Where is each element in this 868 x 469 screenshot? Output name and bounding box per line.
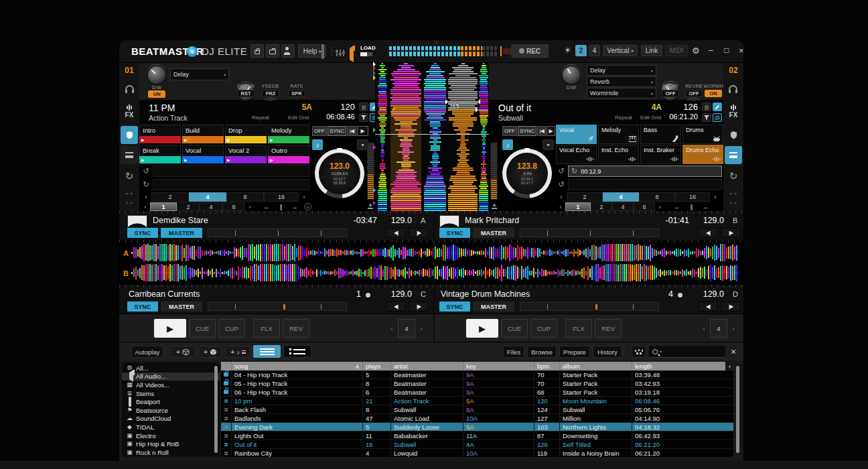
- deck1-overview-strip[interactable]: [378, 63, 387, 212]
- deck1-loop-tab[interactable]: ↻: [121, 166, 138, 186]
- loop-out-icon[interactable]: ↺: [556, 179, 567, 190]
- deck1-fx-toggle[interactable]: FX: [121, 100, 138, 122]
- deck1-frz-button[interactable]: FRZ: [262, 90, 279, 97]
- deck2-expand-icon[interactable]: ⌜ ⌝⌞ ⌟: [725, 189, 742, 209]
- table-row[interactable]: ≣ Badlands 47 Atomic Load 10A 127 Millio…: [221, 414, 734, 423]
- link-button[interactable]: Link: [641, 45, 662, 56]
- add-smartlist-button[interactable]: +: [198, 346, 222, 358]
- deck2-fx-slot2-select[interactable]: Reverb▾: [587, 76, 656, 87]
- table-row[interactable]: ≣ Lights Out 11 Bababacker 11A 87 Downse…: [221, 431, 734, 440]
- move-next[interactable]: ›: [245, 202, 255, 211]
- sidebar-item-all[interactable]: ⚙All...: [122, 364, 220, 373]
- deck1-spr-button[interactable]: SPR: [288, 90, 305, 97]
- deck1-hotcues-tab[interactable]: [121, 126, 138, 144]
- speaker-icon[interactable]: [347, 48, 354, 60]
- header-song[interactable]: song ∧: [232, 362, 363, 371]
- grid-snap-icon[interactable]: G: [304, 203, 311, 210]
- deck-c-tempo-slider[interactable]: [208, 302, 347, 311]
- add-playlist-button[interactable]: +: [169, 346, 196, 358]
- repeat-label[interactable]: Repeat: [615, 115, 632, 121]
- table-row[interactable]: ≣ Out of it 16 Subwall 4A 126 Self Title…: [221, 440, 734, 449]
- deck2-off-button[interactable]: OFF: [502, 126, 517, 136]
- deck1-quantize-note-icon[interactable]: ♪: [312, 139, 323, 150]
- deck1-headphone-icon[interactable]: [121, 79, 138, 96]
- edit-pencil-icon[interactable]: [713, 103, 722, 111]
- deck1-dw-knob[interactable]: [148, 66, 165, 84]
- pause-move-icon[interactable]: ||: [686, 202, 697, 211]
- table-row[interactable]: ≣ 04 - Hip Hop Track 5 Beatmaster 9A 70 …: [221, 371, 734, 379]
- collapse-columns-button[interactable]: ‹: [725, 362, 734, 371]
- user-button[interactable]: [281, 44, 295, 58]
- move-8[interactable]: 8: [634, 202, 655, 211]
- deck1-expand-icon[interactable]: ⌜ ⌝⌞ ⌟: [121, 189, 138, 209]
- beatgrid-icon[interactable]: |||: [702, 103, 711, 111]
- tab-prepare[interactable]: Prepare: [559, 346, 590, 358]
- hotcue-pad-1[interactable]: Intro▶: [139, 125, 181, 143]
- move-4[interactable]: 4: [200, 202, 222, 211]
- sidebar-item-beatsource[interactable]: ⚑Beatsource: [122, 406, 220, 415]
- sidebar-scrollbar[interactable]: [214, 366, 218, 453]
- view-detail-toggle[interactable]: [283, 345, 311, 358]
- deck-c-nudge-back[interactable]: ◀|: [386, 302, 406, 312]
- sidebar-item-rock[interactable]: ▣Rock n Roll: [122, 448, 220, 457]
- view-list-toggle[interactable]: [253, 345, 281, 358]
- sidebar-item-all-videos[interactable]: ▦All Videos...: [122, 381, 220, 389]
- loop-size-16[interactable]: 16: [264, 192, 299, 202]
- loop-in-icon[interactable]: ↺: [141, 165, 151, 177]
- hotcue-pad-2[interactable]: Build▶: [182, 125, 224, 143]
- deck-d-tempo-slider[interactable]: [520, 302, 659, 311]
- deck2-dw-knob[interactable]: [563, 66, 580, 84]
- stem-pad-melody[interactable]: Melody: [598, 125, 639, 144]
- loop-inc[interactable]: ›: [729, 319, 738, 338]
- deck-a-nudge-back[interactable]: ◀|: [386, 228, 406, 238]
- deck2-play-button[interactable]: ▶: [547, 126, 555, 136]
- move-prev[interactable]: ‹: [141, 202, 150, 211]
- deck2-jog-wheel[interactable]: 123.8 -0.4% 03:34.1 02:47.7: [502, 149, 552, 198]
- loop-size-next[interactable]: ›: [299, 192, 309, 202]
- deck1-play-button[interactable]: ▶: [357, 126, 368, 136]
- deck-d-nudge-back[interactable]: ◀|: [698, 302, 718, 312]
- deck1-fx-slot-select[interactable]: Delay▾: [170, 68, 229, 80]
- header-bpm[interactable]: bpm: [534, 362, 560, 371]
- deck2-delay-toggle[interactable]: OFF: [662, 90, 679, 97]
- tab-history[interactable]: History: [593, 346, 622, 358]
- deck-c-nudge-fwd[interactable]: |▶: [409, 302, 429, 312]
- record-button[interactable]: REC: [511, 44, 549, 58]
- sidebar-item-electro[interactable]: ▣Electro: [122, 431, 220, 440]
- stem-fx-pad-drums-echo[interactable]: Drums Echo: [682, 145, 723, 164]
- search-field[interactable]: ▾: [649, 346, 725, 358]
- loop-inc[interactable]: ›: [417, 319, 426, 338]
- sidebar-item-beatport[interactable]: Beatport: [122, 397, 220, 406]
- deck1-jog-wheel[interactable]: 123.0 13.9% 6.6 00:12.7 05:55.8: [315, 149, 364, 198]
- deck-b-tempo-slider[interactable]: [520, 228, 659, 237]
- deck-b-nudge-fwd[interactable]: |▶: [721, 228, 741, 238]
- loop-size-prev[interactable]: ‹: [141, 192, 151, 202]
- deck2-headphone-icon[interactable]: [725, 79, 742, 96]
- deck-d-flx-button[interactable]: FLX: [565, 319, 592, 338]
- table-row[interactable]: ≣ 05 - Hip Hop Track 8 Beatmaster 9A 70 …: [221, 379, 734, 388]
- tab-browse[interactable]: Browse: [527, 346, 557, 358]
- midi-button[interactable]: MIDI: [665, 45, 688, 56]
- eject-icon[interactable]: ▲: [368, 202, 373, 209]
- loop-size-4[interactable]: 4: [189, 192, 226, 202]
- sidebar-item-all-audio[interactable]: All Audio...: [122, 373, 220, 381]
- deck1-loop-slot-2[interactable]: [153, 179, 309, 190]
- sidebar-item-soundcloud[interactable]: ☁SoundCloud: [122, 415, 220, 423]
- deck-c-loop-size[interactable]: 4: [398, 319, 415, 338]
- deck-count-4-button[interactable]: 4: [589, 45, 600, 56]
- hotcue-pad-5[interactable]: Break▶: [139, 145, 181, 163]
- deck-d-sync-button[interactable]: SYNC: [439, 302, 470, 312]
- loop-size-prev[interactable]: ‹: [556, 192, 567, 202]
- deck2-fx-slot1-select[interactable]: Delay▾: [587, 65, 656, 76]
- stem-pad-bass[interactable]: Bass: [640, 125, 681, 144]
- deck-count-2-button[interactable]: 2: [575, 45, 587, 56]
- deck-c-cup-button[interactable]: CUP: [218, 319, 245, 338]
- sidebar-item-hiphop[interactable]: ▣Hip Hop & RnB: [122, 440, 220, 448]
- move-1[interactable]: 1: [150, 202, 177, 211]
- snapshot-button[interactable]: [266, 44, 279, 58]
- mixer-icon[interactable]: [335, 47, 345, 59]
- hotcue-pad-4[interactable]: Melody▶: [268, 125, 309, 143]
- move-left-icon[interactable]: ←: [259, 202, 275, 211]
- deck-b-sync-button[interactable]: SYNC: [439, 228, 470, 238]
- deck-a-nudge-fwd[interactable]: |▶: [409, 228, 429, 238]
